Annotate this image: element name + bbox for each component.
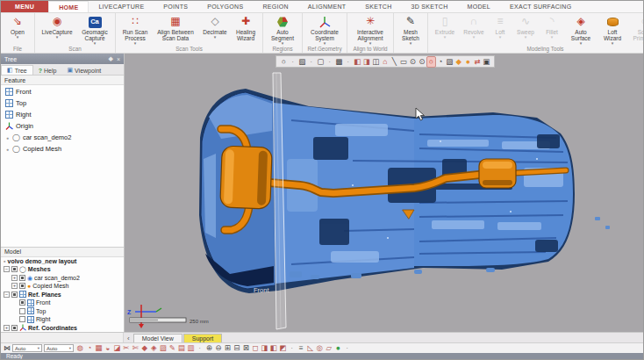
tab-help[interactable]: ? Help	[33, 67, 62, 75]
circle-center-icon[interactable]: ⊙	[408, 57, 418, 67]
select-pen-icon[interactable]: ✎	[168, 343, 177, 353]
tab-alignment[interactable]: ALIGNMENT	[298, 1, 356, 12]
tab-support[interactable]: Support	[183, 334, 223, 342]
model-item-root[interactable]: ▪ volvo demo_new layout	[1, 257, 124, 266]
expand-box[interactable]: +	[11, 275, 18, 281]
circle-center-2-icon[interactable]: ⊙	[418, 57, 427, 67]
tab-livecapture[interactable]: LIVECAPTURE	[89, 1, 154, 12]
tab-model[interactable]: MODEL	[458, 1, 500, 12]
run-scan-process-button[interactable]: ∷ Run Scan Process ▾	[118, 14, 152, 45]
viewport-3d-scene[interactable]: Front Z 250 mm	[125, 54, 643, 332]
split-view-icon[interactable]: ◫	[371, 57, 381, 67]
close-icon[interactable]: ×	[117, 56, 120, 62]
filter-select-2[interactable]: Auto▾	[44, 344, 74, 352]
measure-line-icon[interactable]: ╲	[390, 57, 399, 67]
select-circle-icon[interactable]: ◍	[75, 343, 85, 353]
cut-tool-icon[interactable]: ✂	[122, 343, 132, 353]
expand-box[interactable]: +	[4, 325, 10, 331]
tab-points[interactable]: POINTS	[154, 1, 197, 12]
model-item-car-scan[interactable]: + ◉ car scan_demo2	[1, 274, 124, 283]
tab-sketch[interactable]: SKETCH	[355, 1, 401, 12]
select-sphere-icon[interactable]: ◔	[85, 343, 95, 353]
visibility-checkbox[interactable]	[19, 275, 25, 281]
view-left-icon[interactable]: ◻	[251, 343, 261, 353]
tab-region[interactable]: REGION	[253, 1, 297, 12]
tab-3d-sketch[interactable]: 3D SKETCH	[402, 1, 458, 12]
measure-angle-icon[interactable]: ◺	[306, 343, 316, 353]
model-item-ref-coordinates[interactable]: + Ref. Coordinates	[1, 324, 124, 333]
home-view-icon[interactable]: ⌂	[381, 57, 390, 67]
visibility-checkbox[interactable]	[11, 325, 18, 331]
visibility-checkbox[interactable]	[19, 283, 25, 289]
menu-button[interactable]: MENU	[1, 1, 48, 12]
filter-select-1[interactable]: Auto▾	[12, 344, 42, 352]
viewport-layout-b-icon[interactable]: ◨	[362, 57, 372, 67]
zoom-selection-icon[interactable]: ⊠	[241, 343, 251, 353]
decimate-button[interactable]: ◇ Decimate ▾	[199, 14, 231, 45]
healing-wizard-button[interactable]: ✚ Healing Wizard	[232, 14, 260, 45]
viewport-3d[interactable]: Front Z 250 mm	[125, 54, 643, 332]
loft-wizard-button[interactable]: Loft Wizard ▾	[597, 14, 627, 45]
visibility-checkbox[interactable]	[19, 308, 25, 314]
tab-tree[interactable]: ◧ Tree	[1, 65, 33, 75]
tab-model-view[interactable]: Model View	[133, 334, 182, 342]
collapse-box[interactable]: −	[4, 292, 10, 298]
collapse-box[interactable]: −	[4, 266, 10, 272]
trim-tool-icon[interactable]: ✄	[131, 343, 140, 353]
tab-scroll-back-button[interactable]: ‹	[124, 335, 133, 342]
select-cols-icon[interactable]: ▥	[186, 343, 196, 353]
tab-exact-surfacing[interactable]: EXACT SURFACING	[500, 1, 582, 12]
select-hatch-icon[interactable]: ▨	[159, 343, 168, 353]
auto-surface-button[interactable]: ◈ Auto Surface ▾	[565, 14, 597, 45]
visibility-checkbox[interactable]	[19, 316, 25, 322]
zoom-window-icon[interactable]: ⊞	[223, 343, 233, 353]
wireframe-view-icon[interactable]: ▧	[297, 57, 307, 67]
model-item-ref-planes[interactable]: − Ref. Planes	[1, 291, 124, 299]
rotate-orbit-icon[interactable]: ○	[426, 56, 436, 68]
pin-tool-icon[interactable]: ●	[463, 57, 473, 67]
model-item-copied-mesh[interactable]: + ● Copied Mesh	[1, 282, 124, 291]
select-diamond-icon[interactable]: ◆	[140, 343, 150, 353]
model-item-meshes[interactable]: − ◯ Meshes	[1, 265, 124, 274]
visibility-checkbox[interactable]	[11, 292, 18, 298]
tab-home[interactable]: HOME	[48, 1, 89, 12]
feature-item-origin[interactable]: Origin	[1, 120, 124, 132]
visibility-checkbox[interactable]	[11, 266, 18, 272]
visibility-checkbox[interactable]	[19, 299, 25, 306]
view-top-icon[interactable]: ◩	[278, 343, 288, 353]
expand-box[interactable]: +	[11, 283, 18, 289]
fill-tool-icon[interactable]: ◆	[454, 57, 464, 67]
feature-item-front[interactable]: Front	[1, 86, 124, 97]
feature-item-top[interactable]: Top	[1, 97, 124, 109]
shaded-view-icon[interactable]: ○	[279, 57, 289, 67]
auto-segment-button[interactable]: Auto Segment ▾	[266, 14, 299, 45]
coordinate-system-button[interactable]: Coordinate System ▾	[305, 14, 344, 45]
model-item-front-plane[interactable]: Front	[1, 299, 124, 307]
viewport-layout-a-icon[interactable]: ◧	[353, 57, 362, 67]
pin-icon[interactable]: ◆	[109, 55, 113, 62]
geomagic-capture-button[interactable]: Ca Geomagic Capture ▾	[77, 14, 112, 45]
normal-orientation-icon[interactable]: ⋈	[4, 344, 11, 353]
tab-viewpoint[interactable]: ▣ Viewpoint	[61, 66, 106, 75]
align-between-scan-data-button[interactable]: ▦ Align Between Scan Data	[153, 14, 198, 45]
zoom-out-icon[interactable]: ⊖	[214, 343, 224, 353]
view-front-icon[interactable]: ◧	[269, 343, 279, 353]
zoom-fit-icon[interactable]: ⊟	[233, 343, 242, 353]
tab-polygons[interactable]: POLYGONS	[197, 1, 253, 12]
select-box-icon[interactable]: ◪	[112, 343, 122, 353]
select-rectangle-icon[interactable]: ▭	[399, 57, 409, 67]
select-half-icon[interactable]: ◒	[104, 343, 113, 353]
select-rows-icon[interactable]: ▤	[177, 343, 187, 353]
model-item-top-plane[interactable]: Top	[1, 307, 124, 316]
livecapture-button[interactable]: ◉ LiveCapture ▾	[38, 14, 76, 45]
select-gem-icon[interactable]: ◈	[149, 343, 159, 353]
measure-section-icon[interactable]: ▱	[325, 343, 334, 353]
feature-item-right[interactable]: Right	[1, 109, 124, 120]
edit-sketch-icon[interactable]: ▨	[445, 57, 454, 67]
measure-point-icon[interactable]: ●	[333, 343, 343, 353]
eye-view-icon[interactable]: ▣	[482, 57, 491, 67]
open-button[interactable]: ⇘ Open ▾	[4, 14, 32, 45]
interactive-alignment-button[interactable]: ✳ Interactive Alignment ▾	[350, 14, 390, 45]
region-view-icon[interactable]: ▢	[316, 57, 326, 67]
select-grid-icon[interactable]: ▦	[94, 343, 104, 353]
